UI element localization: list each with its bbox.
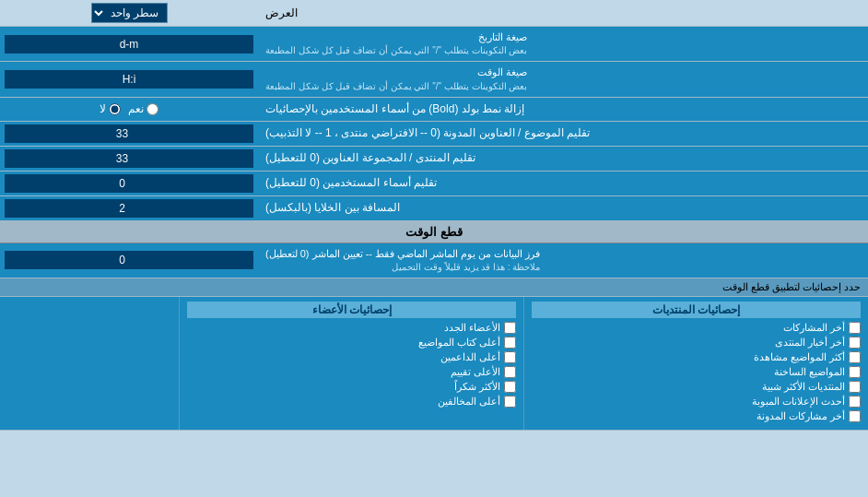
checkbox-latest-news[interactable]	[849, 337, 861, 349]
checkbox-latest-classified[interactable]	[849, 396, 861, 408]
forum-titles-row: تقليم المنتدى / المجموعة العناوين (0 للت…	[0, 147, 868, 172]
col1-title: إحصائيات المنتديات	[532, 302, 861, 318]
cell-spacing-input-cell	[0, 196, 258, 220]
header-row: العرض سطر واحد سطرين ثلاثة أسطر	[0, 0, 868, 27]
topic-titles-input[interactable]	[5, 124, 253, 143]
checkbox-most-viewed[interactable]	[849, 351, 861, 363]
date-format-input-cell	[0, 27, 258, 61]
checkbox-top-violators[interactable]	[504, 396, 516, 408]
checkbox-most-thanked[interactable]	[504, 381, 516, 393]
time-format-label: صيغة الوقت بعض التكوينات يتطلب "/" التي …	[258, 62, 868, 96]
usernames-label: تقليم أسماء المستخدمين (0 للتعطيل)	[258, 172, 868, 195]
cell-spacing-label: المسافة بين الخلايا (بالبكسل)	[258, 196, 868, 220]
checkbox-row-10: أعلى الداعمين	[187, 351, 516, 363]
date-format-input[interactable]	[5, 35, 253, 53]
cutoff-input-cell	[0, 243, 258, 278]
header-label: العرض	[258, 0, 868, 26]
bold-yes-radio[interactable]	[147, 103, 158, 115]
cutoff-input[interactable]	[5, 251, 253, 269]
checkbox-row-5: المنتديات الأكثر شبية	[532, 381, 861, 393]
bold-no-label[interactable]: لا	[100, 102, 121, 115]
checkbox-most-similar[interactable]	[849, 381, 861, 393]
checkbox-row-3: أكثر المواضيع مشاهدة	[532, 351, 861, 363]
checkboxes-col1: إحصائيات المنتديات أخر المشاركات أخر أخب…	[523, 297, 868, 430]
checkbox-latest-blog[interactable]	[849, 410, 861, 422]
cutoff-row: فرز البيانات من يوم الماشر الماضي فقط --…	[0, 243, 868, 278]
checkbox-row-6: أحدث الإعلانات المبوبة	[532, 396, 861, 408]
topic-titles-row: تقليم الموضوع / العناوين المدونة (0 -- ا…	[0, 122, 868, 147]
checkbox-row-8: الأعضاء الجدد	[187, 322, 516, 334]
bold-remove-radio-cell: نعم لا	[0, 98, 258, 121]
section-header-cutoff: قطع الوقت	[0, 221, 868, 243]
topic-titles-label: تقليم الموضوع / العناوين المدونة (0 -- ا…	[258, 122, 868, 146]
usernames-input-cell	[0, 172, 258, 195]
usernames-row: تقليم أسماء المستخدمين (0 للتعطيل)	[0, 172, 868, 196]
checkbox-row-7: أخر مشاركات المدونة	[532, 410, 861, 422]
checkbox-top-writers[interactable]	[504, 337, 516, 349]
checkbox-row-4: المواضيع الساخنة	[532, 366, 861, 378]
forum-titles-label: تقليم المنتدى / المجموعة العناوين (0 للت…	[258, 147, 868, 171]
cell-spacing-row: المسافة بين الخلايا (بالبكسل)	[0, 196, 868, 221]
topic-titles-input-cell	[0, 122, 258, 146]
bold-yes-label[interactable]: نعم	[128, 102, 158, 115]
date-format-label: صيغة التاريخ بعض التكوينات يتطلب "/" الت…	[258, 27, 868, 61]
bold-remove-label: إزالة نمط بولد (Bold) من أسماء المستخدمي…	[258, 98, 868, 121]
forum-titles-input-cell	[0, 147, 258, 171]
usernames-input[interactable]	[5, 174, 253, 193]
col2-title: إحصائيات الأعضاء	[187, 302, 516, 318]
checkbox-new-members[interactable]	[504, 322, 516, 334]
dropdown-cell: سطر واحد سطرين ثلاثة أسطر	[0, 0, 258, 26]
checkbox-hot-topics[interactable]	[849, 366, 861, 378]
checkbox-row-1: أخر المشاركات	[532, 322, 861, 334]
bold-remove-row: إزالة نمط بولد (Bold) من أسماء المستخدمي…	[0, 98, 868, 122]
time-format-input-cell	[0, 62, 258, 96]
bold-no-radio[interactable]	[109, 103, 121, 115]
checkboxes-col2: إحصائيات الأعضاء الأعضاء الجدد أعلى كتاب…	[179, 297, 523, 430]
checkbox-row-11: الأعلى تقييم	[187, 366, 516, 378]
cell-spacing-input[interactable]	[5, 199, 253, 218]
checkbox-row-13: أعلى المخالفين	[187, 396, 516, 408]
limit-row: حدد إحصائيات لتطبيق قطع الوقت	[0, 278, 868, 297]
forum-titles-input[interactable]	[5, 149, 253, 168]
checkbox-row-9: أعلى كتاب المواضيع	[187, 337, 516, 349]
checkboxes-area: إحصائيات المنتديات أخر المشاركات أخر أخب…	[0, 297, 868, 431]
cutoff-label: فرز البيانات من يوم الماشر الماضي فقط --…	[258, 243, 868, 278]
checkbox-top-supporters[interactable]	[504, 351, 516, 363]
date-format-row: صيغة التاريخ بعض التكوينات يتطلب "/" الت…	[0, 27, 868, 62]
checkbox-top-rated[interactable]	[504, 366, 516, 378]
view-dropdown[interactable]: سطر واحد سطرين ثلاثة أسطر	[91, 3, 168, 23]
checkbox-row-2: أخر أخبار المنتدى	[532, 337, 861, 349]
time-format-input[interactable]	[5, 70, 253, 89]
checkbox-row-12: الأكثر شكراً	[187, 381, 516, 393]
checkbox-latest-posts[interactable]	[849, 322, 861, 334]
time-format-row: صيغة الوقت بعض التكوينات يتطلب "/" التي …	[0, 62, 868, 97]
checkboxes-col3	[0, 297, 179, 430]
